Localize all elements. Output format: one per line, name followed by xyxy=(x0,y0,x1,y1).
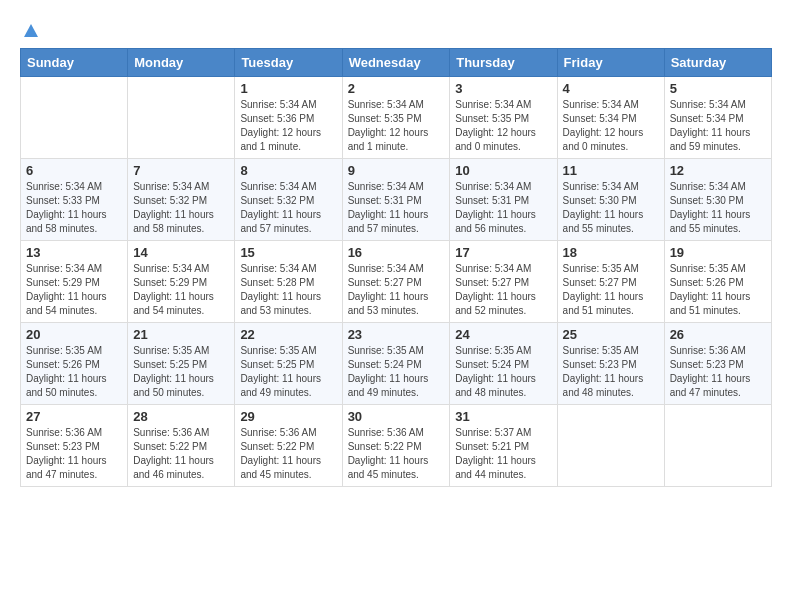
cell-content: Sunrise: 5:36 AMSunset: 5:22 PMDaylight:… xyxy=(240,426,336,482)
day-number: 7 xyxy=(133,163,229,178)
calendar-cell: 21Sunrise: 5:35 AMSunset: 5:25 PMDayligh… xyxy=(128,322,235,404)
calendar-cell: 2Sunrise: 5:34 AMSunset: 5:35 PMDaylight… xyxy=(342,76,450,158)
calendar-cell: 3Sunrise: 5:34 AMSunset: 5:35 PMDaylight… xyxy=(450,76,557,158)
calendar-cell: 19Sunrise: 5:35 AMSunset: 5:26 PMDayligh… xyxy=(664,240,771,322)
calendar-cell: 8Sunrise: 5:34 AMSunset: 5:32 PMDaylight… xyxy=(235,158,342,240)
cell-content: Sunrise: 5:35 AMSunset: 5:23 PMDaylight:… xyxy=(563,344,659,400)
calendar-cell: 20Sunrise: 5:35 AMSunset: 5:26 PMDayligh… xyxy=(21,322,128,404)
cell-content: Sunrise: 5:35 AMSunset: 5:25 PMDaylight:… xyxy=(240,344,336,400)
day-number: 15 xyxy=(240,245,336,260)
day-number: 10 xyxy=(455,163,551,178)
day-number: 9 xyxy=(348,163,445,178)
cell-content: Sunrise: 5:34 AMSunset: 5:36 PMDaylight:… xyxy=(240,98,336,154)
cell-content: Sunrise: 5:34 AMSunset: 5:29 PMDaylight:… xyxy=(26,262,122,318)
calendar-week-2: 6Sunrise: 5:34 AMSunset: 5:33 PMDaylight… xyxy=(21,158,772,240)
calendar-cell: 30Sunrise: 5:36 AMSunset: 5:22 PMDayligh… xyxy=(342,404,450,486)
calendar-cell: 6Sunrise: 5:34 AMSunset: 5:33 PMDaylight… xyxy=(21,158,128,240)
calendar-cell: 16Sunrise: 5:34 AMSunset: 5:27 PMDayligh… xyxy=(342,240,450,322)
calendar-cell: 28Sunrise: 5:36 AMSunset: 5:22 PMDayligh… xyxy=(128,404,235,486)
day-number: 25 xyxy=(563,327,659,342)
day-number: 17 xyxy=(455,245,551,260)
day-number: 3 xyxy=(455,81,551,96)
day-number: 20 xyxy=(26,327,122,342)
day-number: 30 xyxy=(348,409,445,424)
day-number: 31 xyxy=(455,409,551,424)
cell-content: Sunrise: 5:35 AMSunset: 5:26 PMDaylight:… xyxy=(670,262,766,318)
cell-content: Sunrise: 5:36 AMSunset: 5:23 PMDaylight:… xyxy=(26,426,122,482)
cell-content: Sunrise: 5:34 AMSunset: 5:29 PMDaylight:… xyxy=(133,262,229,318)
day-number: 22 xyxy=(240,327,336,342)
day-number: 16 xyxy=(348,245,445,260)
day-number: 21 xyxy=(133,327,229,342)
calendar-cell xyxy=(21,76,128,158)
weekday-header-monday: Monday xyxy=(128,48,235,76)
calendar-cell: 9Sunrise: 5:34 AMSunset: 5:31 PMDaylight… xyxy=(342,158,450,240)
day-number: 14 xyxy=(133,245,229,260)
calendar-cell: 10Sunrise: 5:34 AMSunset: 5:31 PMDayligh… xyxy=(450,158,557,240)
weekday-header-saturday: Saturday xyxy=(664,48,771,76)
calendar-cell: 22Sunrise: 5:35 AMSunset: 5:25 PMDayligh… xyxy=(235,322,342,404)
calendar-cell: 27Sunrise: 5:36 AMSunset: 5:23 PMDayligh… xyxy=(21,404,128,486)
cell-content: Sunrise: 5:34 AMSunset: 5:30 PMDaylight:… xyxy=(670,180,766,236)
day-number: 29 xyxy=(240,409,336,424)
weekday-header-sunday: Sunday xyxy=(21,48,128,76)
cell-content: Sunrise: 5:35 AMSunset: 5:26 PMDaylight:… xyxy=(26,344,122,400)
calendar-cell: 18Sunrise: 5:35 AMSunset: 5:27 PMDayligh… xyxy=(557,240,664,322)
day-number: 19 xyxy=(670,245,766,260)
calendar-cell: 11Sunrise: 5:34 AMSunset: 5:30 PMDayligh… xyxy=(557,158,664,240)
cell-content: Sunrise: 5:34 AMSunset: 5:31 PMDaylight:… xyxy=(348,180,445,236)
cell-content: Sunrise: 5:34 AMSunset: 5:27 PMDaylight:… xyxy=(455,262,551,318)
day-number: 23 xyxy=(348,327,445,342)
calendar-week-3: 13Sunrise: 5:34 AMSunset: 5:29 PMDayligh… xyxy=(21,240,772,322)
cell-content: Sunrise: 5:35 AMSunset: 5:25 PMDaylight:… xyxy=(133,344,229,400)
weekday-header-tuesday: Tuesday xyxy=(235,48,342,76)
day-number: 5 xyxy=(670,81,766,96)
calendar-cell: 29Sunrise: 5:36 AMSunset: 5:22 PMDayligh… xyxy=(235,404,342,486)
cell-content: Sunrise: 5:35 AMSunset: 5:24 PMDaylight:… xyxy=(348,344,445,400)
calendar-cell: 31Sunrise: 5:37 AMSunset: 5:21 PMDayligh… xyxy=(450,404,557,486)
calendar-cell: 4Sunrise: 5:34 AMSunset: 5:34 PMDaylight… xyxy=(557,76,664,158)
calendar-cell: 26Sunrise: 5:36 AMSunset: 5:23 PMDayligh… xyxy=(664,322,771,404)
day-number: 13 xyxy=(26,245,122,260)
calendar-cell xyxy=(128,76,235,158)
day-number: 24 xyxy=(455,327,551,342)
weekday-header-wednesday: Wednesday xyxy=(342,48,450,76)
calendar-cell: 17Sunrise: 5:34 AMSunset: 5:27 PMDayligh… xyxy=(450,240,557,322)
calendar-cell: 24Sunrise: 5:35 AMSunset: 5:24 PMDayligh… xyxy=(450,322,557,404)
cell-content: Sunrise: 5:34 AMSunset: 5:31 PMDaylight:… xyxy=(455,180,551,236)
cell-content: Sunrise: 5:34 AMSunset: 5:28 PMDaylight:… xyxy=(240,262,336,318)
calendar-cell: 13Sunrise: 5:34 AMSunset: 5:29 PMDayligh… xyxy=(21,240,128,322)
cell-content: Sunrise: 5:36 AMSunset: 5:23 PMDaylight:… xyxy=(670,344,766,400)
day-number: 18 xyxy=(563,245,659,260)
cell-content: Sunrise: 5:34 AMSunset: 5:32 PMDaylight:… xyxy=(133,180,229,236)
cell-content: Sunrise: 5:34 AMSunset: 5:35 PMDaylight:… xyxy=(455,98,551,154)
day-number: 2 xyxy=(348,81,445,96)
day-number: 1 xyxy=(240,81,336,96)
calendar-header-row: SundayMondayTuesdayWednesdayThursdayFrid… xyxy=(21,48,772,76)
weekday-header-friday: Friday xyxy=(557,48,664,76)
day-number: 4 xyxy=(563,81,659,96)
logo xyxy=(20,20,40,38)
page-header xyxy=(20,20,772,38)
calendar-cell: 14Sunrise: 5:34 AMSunset: 5:29 PMDayligh… xyxy=(128,240,235,322)
cell-content: Sunrise: 5:34 AMSunset: 5:34 PMDaylight:… xyxy=(670,98,766,154)
svg-marker-0 xyxy=(24,24,38,37)
calendar-cell: 7Sunrise: 5:34 AMSunset: 5:32 PMDaylight… xyxy=(128,158,235,240)
calendar-cell: 25Sunrise: 5:35 AMSunset: 5:23 PMDayligh… xyxy=(557,322,664,404)
calendar-week-5: 27Sunrise: 5:36 AMSunset: 5:23 PMDayligh… xyxy=(21,404,772,486)
calendar-cell: 12Sunrise: 5:34 AMSunset: 5:30 PMDayligh… xyxy=(664,158,771,240)
calendar-cell: 23Sunrise: 5:35 AMSunset: 5:24 PMDayligh… xyxy=(342,322,450,404)
cell-content: Sunrise: 5:37 AMSunset: 5:21 PMDaylight:… xyxy=(455,426,551,482)
calendar-cell xyxy=(664,404,771,486)
cell-content: Sunrise: 5:34 AMSunset: 5:32 PMDaylight:… xyxy=(240,180,336,236)
day-number: 11 xyxy=(563,163,659,178)
day-number: 8 xyxy=(240,163,336,178)
logo-icon xyxy=(22,21,40,39)
day-number: 6 xyxy=(26,163,122,178)
cell-content: Sunrise: 5:34 AMSunset: 5:35 PMDaylight:… xyxy=(348,98,445,154)
day-number: 26 xyxy=(670,327,766,342)
day-number: 27 xyxy=(26,409,122,424)
cell-content: Sunrise: 5:35 AMSunset: 5:27 PMDaylight:… xyxy=(563,262,659,318)
cell-content: Sunrise: 5:36 AMSunset: 5:22 PMDaylight:… xyxy=(133,426,229,482)
calendar-week-4: 20Sunrise: 5:35 AMSunset: 5:26 PMDayligh… xyxy=(21,322,772,404)
